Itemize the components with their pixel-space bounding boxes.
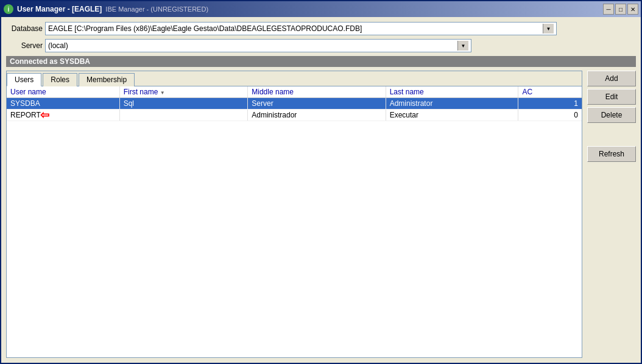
cell-lastname: Executar (386, 110, 518, 121)
table-row[interactable]: SYSDBA Sql Server Administrator 1 (7, 98, 582, 110)
cell-middlename: Server (248, 98, 386, 110)
users-table: User name First name ▼ Middle name (7, 86, 582, 121)
delete-button[interactable]: Delete (587, 107, 636, 123)
col-lastname: Last name (386, 86, 518, 98)
close-button[interactable]: ✕ (627, 4, 638, 15)
refresh-button[interactable]: Refresh (587, 146, 636, 162)
title-bar: i User Manager - [EAGLE] IBE Manager - (… (1, 1, 641, 17)
cell-username: REPORT ⇦ (7, 110, 119, 121)
connected-text: Connected as SYSDBA (10, 57, 90, 66)
cell-username: SYSDBA (7, 98, 119, 110)
window-body: Database EAGLE [C:\Program Files (x86)\E… (1, 17, 641, 363)
minimize-button[interactable]: ─ (603, 4, 614, 15)
cell-firstname (119, 110, 248, 121)
database-label: Database (6, 24, 43, 33)
cell-firstname: Sql (119, 98, 248, 110)
maximize-button[interactable]: □ (615, 4, 626, 15)
cell-ac: 1 (518, 98, 582, 110)
server-label: Server (6, 41, 43, 50)
table-header-row: User name First name ▼ Middle name (7, 86, 582, 98)
users-table-container: User name First name ▼ Middle name (7, 86, 582, 357)
content-panel: Users Roles Membership (6, 71, 582, 358)
database-value: EAGLE [C:\Program Files (x86)\Eagle\Eagl… (48, 24, 543, 33)
tabs: Users Roles Membership (7, 71, 582, 86)
server-row: Server (local) ▼ (6, 39, 636, 52)
main-area: Users Roles Membership (6, 71, 636, 358)
window-title: User Manager - [EAGLE] (17, 5, 102, 13)
button-spacer (587, 125, 636, 144)
database-row: Database EAGLE [C:\Program Files (x86)\E… (6, 22, 636, 35)
title-bar-controls: ─ □ ✕ (603, 4, 638, 15)
col-username: User name (7, 86, 119, 98)
connected-bar: Connected as SYSDBA (6, 56, 636, 67)
server-value: (local) (48, 41, 457, 50)
main-window: i User Manager - [EAGLE] IBE Manager - (… (0, 0, 642, 364)
col-ac: AC (518, 86, 582, 98)
buttons-panel: Add Edit Delete Refresh (587, 71, 636, 358)
col-firstname: First name ▼ (119, 86, 248, 98)
database-dropdown-arrow[interactable]: ▼ (543, 24, 554, 33)
col-middlename: Middle name (248, 86, 386, 98)
cell-lastname: Administrator (386, 98, 518, 110)
title-bar-left: i User Manager - [EAGLE] IBE Manager - (… (4, 4, 208, 14)
cell-middlename: Administrador (248, 110, 386, 121)
window-subtitle: IBE Manager - (UNREGISTERED) (105, 5, 208, 13)
edit-button[interactable]: Edit (587, 89, 636, 105)
server-dropdown-arrow[interactable]: ▼ (457, 41, 468, 51)
server-field[interactable]: (local) ▼ (45, 39, 471, 52)
database-field[interactable]: EAGLE [C:\Program Files (x86)\Eagle\Eagl… (45, 22, 557, 35)
table-row[interactable]: REPORT ⇦ Administrador Executar 0 (7, 110, 582, 121)
sort-icon: ▼ (160, 90, 165, 96)
tab-roles[interactable]: Roles (43, 73, 77, 86)
add-button[interactable]: Add (587, 71, 636, 86)
tab-membership[interactable]: Membership (79, 73, 135, 86)
tab-users[interactable]: Users (7, 73, 41, 86)
red-arrow-annotation: ⇦ (40, 108, 49, 122)
app-icon: i (4, 4, 13, 14)
cell-ac: 0 (518, 110, 582, 121)
